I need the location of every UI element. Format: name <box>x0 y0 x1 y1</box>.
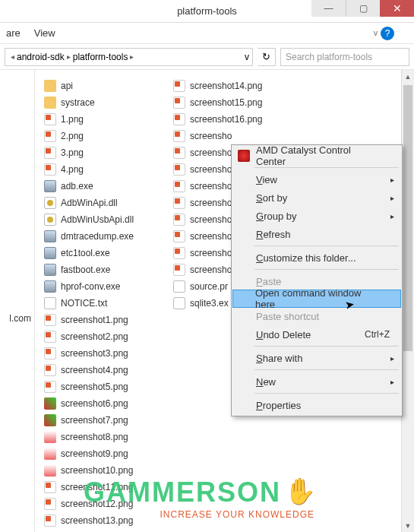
cm-share-with[interactable]: Share with ▸ <box>233 349 400 367</box>
png-icon <box>44 163 56 176</box>
file-item[interactable]: screenshot16.png <box>172 111 301 128</box>
file-name: sqlite3.ex <box>190 298 229 309</box>
file-name: screensho <box>190 181 232 192</box>
search-input[interactable]: Search platform-tools <box>280 48 409 66</box>
file-name: screenshot5.png <box>61 382 128 392</box>
chevron-down-icon[interactable]: v <box>374 29 378 37</box>
file-item[interactable]: screenshot14.png <box>172 78 301 94</box>
png-icon <box>44 347 56 359</box>
breadcrumb-dropdown[interactable]: v <box>245 52 249 62</box>
cm-sort-by[interactable]: Sort by ▸ <box>233 188 400 207</box>
cm-paste-shortcut: Paste shortcut <box>233 307 400 325</box>
vertical-scrollbar[interactable]: ▲ ▼ <box>401 70 414 532</box>
png-icon <box>44 130 56 142</box>
maximize-button[interactable]: ▢ <box>346 0 380 17</box>
menu-view[interactable]: View <box>34 27 55 39</box>
png-icon <box>44 147 56 159</box>
scroll-down-icon[interactable]: ▼ <box>402 519 414 532</box>
breadcrumb-part[interactable]: android-sdk <box>17 52 65 62</box>
dll-icon <box>44 197 56 209</box>
file-item[interactable]: screenshot13.png <box>43 512 172 529</box>
cm-undo-delete[interactable]: Undo Delete Ctrl+Z <box>233 325 400 344</box>
chevron-right-icon: ▸ <box>390 176 394 184</box>
breadcrumb-part[interactable]: platform-tools <box>73 52 128 62</box>
file-name: screensho <box>190 264 232 275</box>
file-name: source.pr <box>190 281 228 292</box>
menu-share[interactable]: are <box>6 27 21 39</box>
cm-properties[interactable]: Properties <box>233 396 400 414</box>
file-name: screenshot15.png <box>190 97 262 108</box>
file-item[interactable]: 2.png <box>43 128 172 144</box>
file-item[interactable]: screenshot11.png <box>43 479 172 496</box>
file-item[interactable]: fastboot.exe <box>43 261 172 278</box>
breadcrumb[interactable]: ◂ android-sdk ▸ platform-tools ▸ v <box>5 48 253 66</box>
txt-icon <box>44 297 56 309</box>
file-item[interactable]: screenshot6.png <box>43 395 172 412</box>
cm-amd-catalyst[interactable]: AMD Catalyst Control Center <box>233 147 400 165</box>
png-icon <box>44 498 56 510</box>
file-item[interactable]: screenshot2.png <box>43 328 172 345</box>
img-icon <box>44 414 56 426</box>
file-item[interactable]: screenshot15.png <box>172 94 301 111</box>
file-item[interactable]: screenshot4.png <box>43 362 172 378</box>
file-item[interactable]: screensho <box>172 128 301 144</box>
file-item[interactable]: screenshot5.png <box>43 378 172 395</box>
chevron-right-icon: ▸ <box>390 212 394 220</box>
file-item[interactable]: hprof-conv.exe <box>43 278 172 295</box>
minimize-button[interactable]: — <box>311 0 346 17</box>
close-button[interactable]: ✕ <box>380 0 414 17</box>
file-item[interactable]: dmtracedump.exe <box>43 228 172 245</box>
cm-open-command-window[interactable]: Open command window here <box>232 290 401 308</box>
chevron-left-icon: ◂ <box>11 52 14 61</box>
png-icon <box>173 214 185 226</box>
dll-icon <box>44 214 56 226</box>
file-name: screenshot13.png <box>61 515 133 526</box>
exe-icon <box>44 230 56 242</box>
file-item[interactable]: screenshot12.png <box>43 496 172 512</box>
cm-group-by[interactable]: Group by ▸ <box>233 207 400 225</box>
file-name: systrace <box>61 97 95 108</box>
file-item[interactable]: screenshot7.png <box>43 412 172 429</box>
scroll-thumb[interactable] <box>403 85 412 351</box>
file-item[interactable]: api <box>43 78 172 94</box>
file-name: screenshot9.png <box>61 448 128 459</box>
file-name: api <box>61 81 73 91</box>
file-item[interactable]: adb.exe <box>43 178 172 195</box>
file-name: screensho <box>190 214 232 225</box>
png-icon <box>44 481 56 493</box>
file-name: screenshot4.png <box>61 365 128 375</box>
scroll-up-icon[interactable]: ▲ <box>402 70 414 83</box>
separator <box>254 393 399 394</box>
separator <box>254 245 399 246</box>
file-item[interactable]: AdbWinApi.dll <box>43 195 172 211</box>
file-item[interactable]: screenshot1.png <box>43 312 172 328</box>
cm-refresh[interactable]: Refresh <box>233 225 400 243</box>
file-item[interactable]: screenshot10.png <box>43 462 172 479</box>
txt-icon <box>173 280 185 293</box>
refresh-button[interactable]: ↻ <box>258 48 276 66</box>
file-item[interactable]: screenshot8.png <box>43 429 172 445</box>
file-name: screensho <box>190 248 232 258</box>
file-item[interactable]: NOTICE.txt <box>43 295 172 312</box>
address-bar: ◂ android-sdk ▸ platform-tools ▸ v ↻ Sea… <box>0 44 414 70</box>
file-name: screenshot10.png <box>61 465 133 476</box>
search-placeholder: Search platform-tools <box>286 52 372 62</box>
separator <box>254 369 399 370</box>
help-icon[interactable]: ? <box>381 27 394 40</box>
file-item[interactable]: 4.png <box>43 161 172 178</box>
file-item[interactable]: 1.png <box>43 111 172 128</box>
file-item[interactable]: screenshot3.png <box>43 345 172 362</box>
file-name: screensho <box>190 164 232 175</box>
cm-view[interactable]: View ▸ <box>233 170 400 188</box>
file-item[interactable]: AdbWinUsbApi.dll <box>43 211 172 228</box>
file-item[interactable]: systrace <box>43 94 172 111</box>
cm-new[interactable]: New ▸ <box>233 372 400 391</box>
file-item[interactable]: etc1tool.exe <box>43 245 172 261</box>
cm-customize-folder[interactable]: Customize this folder... <box>233 249 400 267</box>
file-name: screenshot14.png <box>190 81 262 91</box>
db-icon <box>173 297 185 309</box>
file-name: dmtracedump.exe <box>61 231 134 242</box>
file-item[interactable]: 3.png <box>43 144 172 161</box>
file-name: screenshot2.png <box>61 331 128 342</box>
file-item[interactable]: screenshot9.png <box>43 445 172 462</box>
